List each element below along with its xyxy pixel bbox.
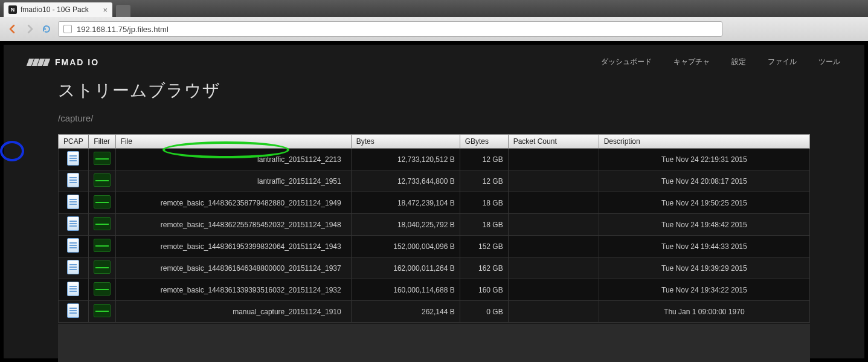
gbytes-cell: 162 GB: [460, 257, 508, 279]
filter-cell[interactable]: [88, 279, 115, 301]
bytes-cell: 152,000,004,096 B: [351, 236, 460, 257]
page-header: FMAD IO ダッシュボード キャプチャ 設定 ファイル ツール: [4, 45, 864, 73]
pcap-icon[interactable]: [67, 282, 79, 296]
pcap-cell[interactable]: [59, 301, 89, 323]
col-file: File: [115, 135, 351, 149]
gbytes-cell: 160 GB: [460, 279, 508, 301]
filter-cell[interactable]: [88, 257, 115, 279]
filter-cell[interactable]: [88, 192, 115, 214]
tab-bar: N fmadio10 - 10G Pack ×: [0, 0, 868, 17]
pcap-icon[interactable]: [67, 151, 79, 166]
tab-favicon: N: [8, 5, 17, 14]
table-row[interactable]: lantraffic_20151124_221312,733,120,512 B…: [59, 149, 810, 170]
filter-cell[interactable]: [88, 149, 115, 170]
desc-cell: Tue Nov 24 19:50:25 2015: [599, 192, 809, 214]
nav-capture[interactable]: キャプチャ: [674, 57, 710, 67]
file-cell: manual_capture_20151124_1910: [115, 301, 351, 323]
nav-dashboard[interactable]: ダッシュボード: [601, 57, 652, 67]
pcap-cell[interactable]: [59, 192, 89, 214]
table-row[interactable]: remote_basic_1448361646348800000_2015112…: [59, 257, 810, 279]
nav-bar: 192.168.11.75/jp.files.html: [0, 17, 868, 41]
file-table: PCAP Filter File Bytes GBytes Packet Cou…: [58, 134, 810, 323]
table-row[interactable]: remote_basic_1448362255785452032_2015112…: [59, 214, 810, 236]
content: ストリームブラウザ /capture/ PCAP Filter File Byt…: [4, 73, 864, 362]
browser-tab[interactable]: N fmadio10 - 10G Pack ×: [4, 2, 112, 17]
new-tab-button[interactable]: [116, 5, 130, 17]
col-packet: Packet Count: [508, 135, 599, 149]
filter-icon[interactable]: [94, 304, 111, 317]
filter-cell[interactable]: [88, 301, 115, 323]
tab-close-icon[interactable]: ×: [103, 5, 108, 15]
page-title: ストリームブラウザ: [58, 79, 810, 102]
desc-cell: Tue Nov 24 19:48:42 2015: [599, 214, 809, 236]
table-row[interactable]: remote_basic_1448361953399832064_2015112…: [59, 236, 810, 257]
filter-icon[interactable]: [94, 217, 111, 230]
gbytes-cell: 18 GB: [460, 214, 508, 236]
pcap-cell[interactable]: [59, 170, 89, 192]
pcap-cell[interactable]: [59, 236, 89, 257]
page-inner: FMAD IO ダッシュボード キャプチャ 設定 ファイル ツール ストリームブ…: [4, 45, 864, 358]
file-cell: remote_basic_1448361953399832064_2015112…: [115, 236, 351, 257]
bytes-cell: 12,733,644,800 B: [351, 170, 460, 192]
table-row[interactable]: manual_capture_20151124_1910262,144 B0 G…: [59, 301, 810, 323]
file-cell: lantraffic_20151124_1951: [115, 170, 351, 192]
table-row[interactable]: lantraffic_20151124_195112,733,644,800 B…: [59, 170, 810, 192]
nav-files[interactable]: ファイル: [768, 57, 797, 67]
logo-text: FMAD IO: [55, 57, 99, 67]
pcap-icon[interactable]: [67, 173, 79, 187]
filter-icon[interactable]: [94, 260, 111, 274]
filter-icon[interactable]: [94, 282, 111, 296]
col-gbytes: GBytes: [460, 135, 508, 149]
filter-icon[interactable]: [94, 173, 111, 187]
nav-tools[interactable]: ツール: [818, 57, 840, 67]
packet-cell: [508, 214, 599, 236]
file-cell: remote_basic_1448361646348800000_2015112…: [115, 257, 351, 279]
packet-cell: [508, 279, 599, 301]
pcap-icon[interactable]: [67, 216, 79, 231]
packet-cell: [508, 170, 599, 192]
logo[interactable]: FMAD IO: [28, 57, 99, 67]
nav-settings[interactable]: 設定: [731, 57, 746, 67]
filter-cell[interactable]: [88, 236, 115, 257]
url-bar[interactable]: 192.168.11.75/jp.files.html: [58, 21, 722, 37]
bytes-cell: 160,000,114,688 B: [351, 279, 460, 301]
browser-chrome: N fmadio10 - 10G Pack × 192.168.11.75/jp…: [0, 0, 868, 41]
file-cell: remote_basic_1448362358779482880_2015112…: [115, 192, 351, 214]
packet-cell: [508, 236, 599, 257]
gbytes-cell: 18 GB: [460, 192, 508, 214]
forward-button[interactable]: [24, 24, 35, 34]
filter-icon[interactable]: [94, 239, 111, 252]
filter-icon[interactable]: [94, 195, 111, 208]
filter-cell[interactable]: [88, 214, 115, 236]
filter-icon[interactable]: [94, 152, 111, 165]
pcap-icon[interactable]: [67, 260, 79, 274]
col-bytes: Bytes: [351, 135, 460, 149]
col-desc: Description: [599, 135, 809, 149]
pcap-icon[interactable]: [67, 195, 79, 209]
packet-cell: [508, 149, 599, 170]
desc-cell: Tue Nov 24 19:39:29 2015: [599, 257, 809, 279]
tab-title: fmadio10 - 10G Pack: [21, 5, 99, 14]
page: FMAD IO ダッシュボード キャプチャ 設定 ファイル ツール ストリームブ…: [0, 41, 868, 362]
pcap-icon[interactable]: [67, 238, 79, 253]
bytes-cell: 262,144 B: [351, 301, 460, 323]
breadcrumb: /capture/: [58, 113, 810, 123]
table-row[interactable]: remote_basic_1448362358779482880_2015112…: [59, 192, 810, 214]
pcap-cell[interactable]: [59, 279, 89, 301]
gbytes-cell: 152 GB: [460, 236, 508, 257]
table-body: lantraffic_20151124_221312,733,120,512 B…: [59, 149, 810, 323]
desc-cell: Tue Nov 24 22:19:31 2015: [599, 149, 809, 170]
pcap-cell[interactable]: [59, 214, 89, 236]
pcap-cell[interactable]: [59, 149, 89, 170]
reload-button[interactable]: [41, 24, 52, 34]
back-button[interactable]: [7, 24, 18, 34]
desc-cell: Tue Nov 24 19:34:22 2015: [599, 279, 809, 301]
bytes-cell: 12,733,120,512 B: [351, 149, 460, 170]
table-row[interactable]: remote_basic_1448361339393516032_2015112…: [59, 279, 810, 301]
bytes-cell: 18,040,225,792 B: [351, 214, 460, 236]
filter-cell[interactable]: [88, 170, 115, 192]
pcap-cell[interactable]: [59, 257, 89, 279]
packet-cell: [508, 192, 599, 214]
pcap-icon[interactable]: [67, 303, 79, 318]
col-filter: Filter: [88, 135, 115, 149]
